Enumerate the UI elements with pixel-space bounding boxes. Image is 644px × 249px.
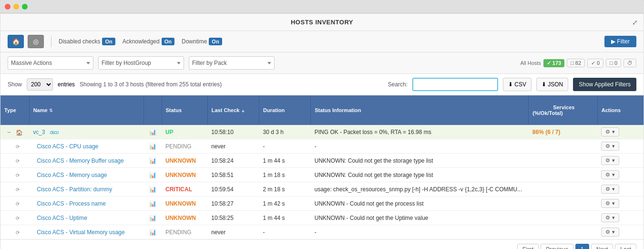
expand-icon[interactable]: − xyxy=(7,128,10,136)
downtime-label: Downtime xyxy=(182,38,207,45)
service-name-link[interactable]: Cisco ACS - Memory Buffer usage xyxy=(37,157,124,164)
duration-cell: - xyxy=(259,225,310,239)
graph-icon[interactable]: 📊 xyxy=(149,129,156,135)
graph-icon[interactable]: 📊 xyxy=(149,143,156,150)
disabled-checks-toggle[interactable]: On xyxy=(102,38,115,45)
service-name-link[interactable]: Cisco ACS - Virtual Memory usage xyxy=(37,229,125,236)
massive-actions-select[interactable]: Massive Actions xyxy=(8,56,93,70)
duration-cell: 1 m 42 s xyxy=(259,197,310,211)
duration-cell: 30 d 3 h xyxy=(259,125,310,139)
graph-icon[interactable]: 📊 xyxy=(149,229,156,236)
service-name-link[interactable]: Cisco ACS - Memory usage xyxy=(37,172,107,178)
service-name-link[interactable]: Cisco ACS - CPU usage xyxy=(37,143,98,150)
panel-title: HOSTS INVENTORY xyxy=(291,19,353,26)
lastcheck-cell: never xyxy=(207,225,259,239)
row-actions-button[interactable]: ⚙ ▾ xyxy=(601,127,619,136)
last-page-button[interactable]: Last xyxy=(615,244,636,249)
table-row: − 🏠 vc_3 cisco 📊 UP 10:58:10 30 d 3 h PI… xyxy=(0,125,644,139)
disabled-checks-label: Disabled checks xyxy=(59,38,100,45)
clock-icon: ⏱ xyxy=(627,60,633,66)
name-cell: Cisco ACS - Memory usage xyxy=(29,168,144,182)
maximize-button[interactable] xyxy=(22,4,28,10)
entries-select[interactable]: 200 xyxy=(27,78,53,91)
entries-label: entries xyxy=(58,81,75,88)
actions-chevron: ▾ xyxy=(612,157,615,164)
status-cell: CRITICAL xyxy=(162,182,207,197)
status-cell: UNKNOWN xyxy=(162,168,207,182)
home-button[interactable]: 🏠 xyxy=(8,35,24,48)
filter-pack-select[interactable]: Filter by Pack xyxy=(189,56,275,70)
row-actions-button[interactable]: ⚙ ▾ xyxy=(601,213,619,222)
col-header-name[interactable]: Name ⇅ xyxy=(29,95,144,125)
show-applied-filters-button[interactable]: Show Applied Filters xyxy=(573,78,636,91)
graph-icon[interactable]: 📊 xyxy=(149,186,156,193)
row-actions-button[interactable]: ⚙ ▾ xyxy=(601,142,619,151)
filter-row: Massive Actions Filter by HostGroup Filt… xyxy=(0,52,644,74)
filter-button[interactable]: ▶ Filter xyxy=(604,36,636,47)
status-cell: UNKNOWN xyxy=(162,197,207,211)
service-type-icon: ⟳ xyxy=(16,216,20,221)
col-header-lastcheck[interactable]: Last Check ▲ xyxy=(207,95,259,125)
service-type-icon: ⟳ xyxy=(16,187,20,192)
graph-icon[interactable]: 📊 xyxy=(149,172,156,178)
csv-button[interactable]: ⬇ CSV xyxy=(503,78,532,91)
name-cell: Cisco ACS - Memory Buffer usage xyxy=(29,154,144,168)
showing-text: Showing 1 to 3 of 3 hosts (filtered from… xyxy=(80,81,383,88)
acknowledged-toggle[interactable]: On xyxy=(162,38,174,45)
name-sort-icon: ⇅ xyxy=(49,108,53,113)
service-type-icon: ⟳ xyxy=(16,230,20,235)
close-button[interactable] xyxy=(5,4,10,10)
row-actions-button[interactable]: ⚙ ▾ xyxy=(601,228,619,237)
refresh-icon: ◎ xyxy=(33,38,39,45)
table-row: ⟳ Cisco ACS - Memory usage 📊 UNKNOWN 10:… xyxy=(0,168,644,182)
search-input[interactable] xyxy=(412,78,498,91)
service-name-link[interactable]: Cisco ACS - Uptime xyxy=(37,215,87,221)
actions-chevron: ▾ xyxy=(612,186,615,192)
graph-icon[interactable]: 📊 xyxy=(149,200,156,207)
table-row: ⟳ Cisco ACS - Virtual Memory usage 📊 PEN… xyxy=(0,225,644,239)
row-actions-button[interactable]: ⚙ ▾ xyxy=(601,185,619,194)
page-1-button[interactable]: 1 xyxy=(575,244,589,249)
services-cell xyxy=(529,197,597,211)
filter-hostgroup-select[interactable]: Filter by HostGroup xyxy=(98,56,184,70)
services-cell xyxy=(529,225,597,239)
graph-icon[interactable]: 📊 xyxy=(149,215,156,221)
search-label: Search: xyxy=(388,81,408,88)
expand-icon[interactable]: ⤢ xyxy=(632,19,638,26)
services-cell xyxy=(529,154,597,168)
json-button[interactable]: ⬇ JSON xyxy=(536,78,568,91)
status-cell: UNKNOWN xyxy=(162,211,207,225)
host-type-icon: 🏠 xyxy=(16,129,23,136)
main-window: HOSTS INVENTORY ⤢ 🏠 ◎ Disabled checks On… xyxy=(0,0,644,249)
next-page-button[interactable]: Next xyxy=(591,244,613,249)
home-icon: 🏠 xyxy=(12,38,20,45)
graph-cell: 📊 xyxy=(144,197,162,211)
titlebar xyxy=(0,0,644,13)
service-name-link[interactable]: Cisco ACS - Process name xyxy=(37,200,106,207)
row-actions-button[interactable]: ⚙ ▾ xyxy=(601,170,619,179)
table-row: ⟳ Cisco ACS - Memory Buffer usage 📊 UNKN… xyxy=(0,154,644,168)
service-name-link[interactable]: Cisco ACS - Partition: dummy xyxy=(37,186,112,193)
status-value: PENDING xyxy=(165,143,192,150)
main-content: HOSTS INVENTORY ⤢ 🏠 ◎ Disabled checks On… xyxy=(0,13,644,249)
row-actions-button[interactable]: ⚙ ▾ xyxy=(601,199,619,208)
check2-icon: ✓ xyxy=(591,60,595,66)
statusinfo-cell: PING OK - Packet loss = 0%, RTA = 16.98 … xyxy=(311,125,529,139)
graph-icon[interactable]: 📊 xyxy=(149,157,156,164)
actions-cell: ⚙ ▾ xyxy=(597,168,643,182)
lastcheck-cell: 10:59:54 xyxy=(207,182,259,197)
first-page-button[interactable]: First xyxy=(517,244,539,249)
host-name-link[interactable]: vc_3 xyxy=(33,129,45,135)
name-cell: Cisco ACS - Process name xyxy=(29,197,144,211)
panel-header: HOSTS INVENTORY ⤢ xyxy=(0,14,644,31)
minimize-button[interactable] xyxy=(13,4,19,10)
refresh-button[interactable]: ◎ xyxy=(28,35,44,48)
col-header-statusinfo: Status Information xyxy=(311,95,529,125)
downtime-toggle[interactable]: On xyxy=(209,38,222,45)
actions-icon: ⚙ xyxy=(605,200,610,207)
type-cell: ⟳ xyxy=(0,225,29,239)
downtime-toggle-group: Downtime On xyxy=(182,38,222,45)
row-actions-button[interactable]: ⚙ ▾ xyxy=(601,156,619,165)
name-cell: Cisco ACS - Uptime xyxy=(29,211,144,225)
prev-page-button[interactable]: Previous xyxy=(541,244,573,249)
